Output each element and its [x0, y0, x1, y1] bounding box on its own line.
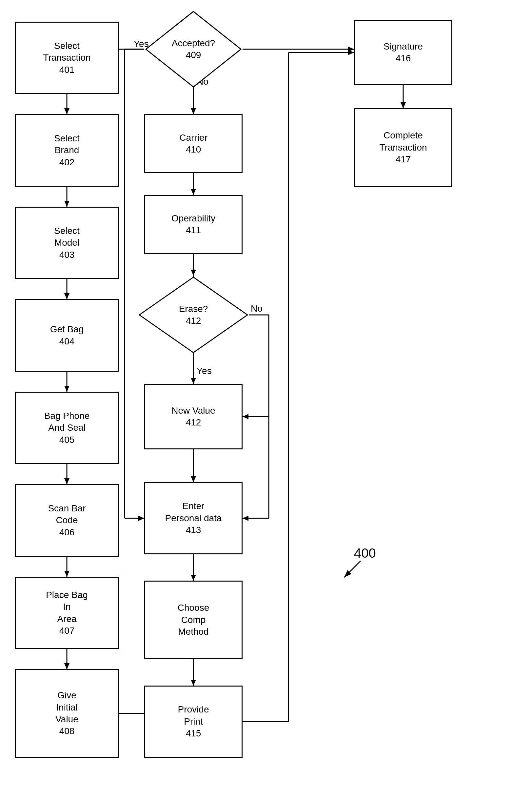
svg-marker-22 [138, 516, 144, 521]
svg-marker-42 [191, 680, 196, 686]
node-417: Complete Transaction 417 [354, 108, 452, 187]
svg-marker-13 [64, 663, 70, 669]
svg-marker-5 [64, 293, 70, 299]
svg-marker-36 [191, 476, 196, 482]
node-412-box: New Value 412 [144, 384, 243, 450]
node-409-diamond: Accepted? 409 [144, 10, 243, 89]
svg-marker-28 [191, 270, 196, 276]
node-406: Scan Bar Code 406 [15, 484, 119, 556]
node-404: Get Bag 404 [15, 299, 119, 372]
svg-marker-1 [64, 108, 70, 114]
node-415: Provide Print 415 [144, 686, 243, 758]
node-410: Carrier 410 [144, 114, 243, 173]
node-414: Choose Comp Method [144, 581, 243, 659]
node-413: Enter Personal data 413 [144, 482, 243, 554]
svg-marker-24 [191, 108, 196, 114]
svg-marker-50 [401, 102, 406, 108]
svg-text:400: 400 [354, 546, 376, 560]
node-403: Select Model 403 [15, 207, 119, 279]
svg-marker-7 [64, 386, 70, 392]
svg-marker-26 [191, 189, 196, 195]
node-416: Signature 416 [354, 20, 452, 85]
flowchart: Yes No Yes No 400 Select Transaction 401… [0, 0, 532, 803]
svg-marker-3 [64, 201, 70, 207]
node-405: Bag Phone And Seal 405 [15, 392, 119, 464]
svg-marker-38 [243, 414, 248, 419]
svg-marker-11 [64, 571, 70, 577]
node-408: Give Initial Value 408 [15, 669, 119, 758]
node-401: Select Transaction 401 [15, 22, 119, 94]
svg-text:Yes: Yes [197, 366, 212, 376]
node-402: Select Brand 402 [15, 114, 119, 187]
node-411: Operability 411 [144, 195, 243, 254]
node-412-diamond: Erase? 412 [138, 276, 249, 354]
svg-marker-48 [348, 47, 354, 52]
svg-marker-30 [191, 378, 196, 384]
svg-marker-34 [243, 516, 248, 521]
svg-text:No: No [251, 304, 263, 314]
svg-marker-40 [191, 575, 196, 581]
svg-marker-9 [64, 478, 70, 484]
node-407: Place Bag In Area 407 [15, 577, 119, 649]
